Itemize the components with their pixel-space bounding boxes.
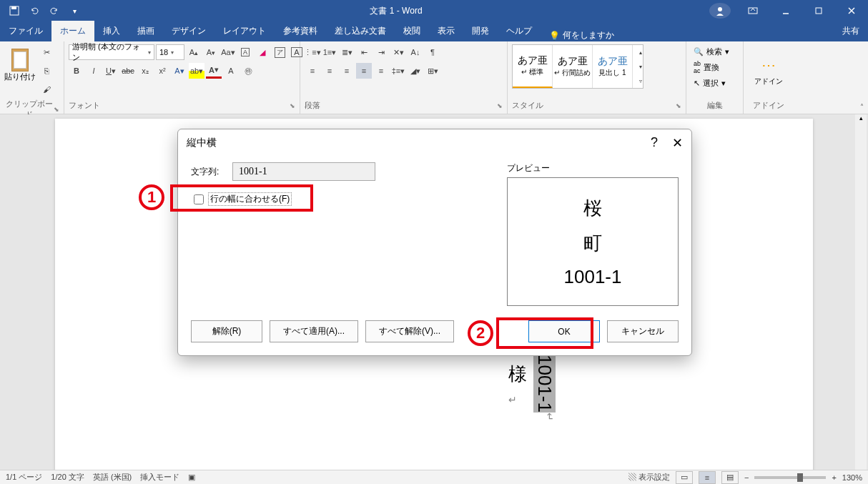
- replace-button[interactable]: abac置換: [691, 60, 732, 74]
- clipboard-launcher-icon[interactable]: ⬊: [54, 106, 59, 113]
- asian-layout-icon[interactable]: ✕▾: [390, 44, 406, 60]
- style-heading1[interactable]: あア亜 見出し 1: [593, 45, 633, 88]
- zoom-value[interactable]: 130%: [842, 473, 862, 482]
- text-effects-icon[interactable]: A▾: [172, 63, 187, 79]
- font-size-combo[interactable]: 18▾: [156, 44, 184, 60]
- redo-icon[interactable]: [46, 2, 63, 19]
- char-shading-icon[interactable]: A: [223, 63, 239, 79]
- save-icon[interactable]: [6, 2, 23, 19]
- print-layout-icon[interactable]: ≡: [699, 471, 716, 484]
- phonetic-guide-icon[interactable]: A: [237, 44, 253, 60]
- qa-more-icon[interactable]: ▾: [66, 2, 83, 19]
- justify-icon[interactable]: ≡: [356, 63, 372, 79]
- share-button[interactable]: 共有: [834, 21, 868, 41]
- change-case-icon[interactable]: Aa▾: [220, 44, 236, 60]
- style-more-icon[interactable]: ▿: [633, 74, 648, 88]
- subscript-icon[interactable]: x₂: [137, 63, 153, 79]
- align-left-icon[interactable]: ≡: [305, 63, 320, 79]
- remove-all-button[interactable]: すべて解除(V)...: [365, 320, 454, 342]
- collapse-ribbon-icon[interactable]: ˄: [860, 103, 864, 111]
- tab-file[interactable]: ファイル: [0, 21, 51, 41]
- tab-help[interactable]: ヘルプ: [498, 21, 541, 41]
- zoom-in-icon[interactable]: +: [832, 473, 836, 482]
- paragraph-launcher-icon[interactable]: ⬊: [497, 102, 503, 109]
- macro-record-icon[interactable]: ▣: [188, 473, 195, 482]
- format-painter-icon[interactable]: 🖌: [39, 82, 54, 97]
- superscript-icon[interactable]: x²: [154, 63, 170, 79]
- italic-icon[interactable]: I: [86, 63, 102, 79]
- enclose-char-icon[interactable]: ア: [272, 44, 287, 60]
- paste-button[interactable]: 貼り付け: [4, 44, 36, 82]
- borders-icon[interactable]: ⊞▾: [425, 63, 440, 79]
- style-scroll-down-icon[interactable]: ▾: [633, 59, 648, 74]
- bold-icon[interactable]: B: [69, 63, 84, 79]
- find-button[interactable]: 🔍検索▾: [691, 44, 732, 59]
- underline-icon[interactable]: U▾: [103, 63, 119, 79]
- status-mode[interactable]: 挿入モード: [140, 472, 179, 483]
- sort-icon[interactable]: A↓: [408, 44, 423, 60]
- styles-launcher-icon[interactable]: ⬊: [676, 102, 681, 109]
- bullets-icon[interactable]: ⋮≡▾: [305, 44, 320, 60]
- line-spacing-icon[interactable]: ‡≡▾: [390, 63, 406, 79]
- numbering-icon[interactable]: 1≡▾: [322, 44, 337, 60]
- grow-font-icon[interactable]: A▴: [186, 44, 202, 60]
- web-layout-icon[interactable]: ▤: [721, 471, 739, 484]
- align-right-icon[interactable]: ≡: [339, 63, 355, 79]
- font-launcher-icon[interactable]: ⬊: [290, 102, 295, 109]
- select-button[interactable]: ↖選択▾: [691, 76, 732, 90]
- highlight-icon[interactable]: ab▾: [189, 63, 204, 79]
- tab-design[interactable]: デザイン: [163, 21, 214, 41]
- font-name-combo[interactable]: 游明朝 (本文のフォン▾: [69, 44, 154, 60]
- style-scroll-up-icon[interactable]: ▴: [633, 45, 648, 59]
- tab-layout[interactable]: レイアウト: [214, 21, 275, 41]
- style-gallery[interactable]: あア亜 ↵ 標準 あア亜 ↵ 行間詰め あア亜 見出し 1 ▴ ▾ ▿: [512, 44, 643, 89]
- ribbon-display-icon[interactable]: [736, 0, 769, 21]
- tab-view[interactable]: 表示: [429, 21, 463, 41]
- vertical-scrollbar[interactable]: ▴: [855, 114, 867, 470]
- tab-insert[interactable]: 挿入: [94, 21, 129, 41]
- maximize-icon[interactable]: [802, 0, 835, 21]
- distribute-icon[interactable]: ≡: [373, 63, 389, 79]
- user-avatar-icon[interactable]: [709, 3, 731, 19]
- tab-developer[interactable]: 開発: [463, 21, 498, 41]
- tab-review[interactable]: 校閲: [395, 21, 429, 41]
- zoom-out-icon[interactable]: −: [744, 473, 749, 482]
- font-color-icon[interactable]: A▾: [206, 63, 222, 79]
- align-center-icon[interactable]: ≡: [322, 63, 337, 79]
- tab-mailings[interactable]: 差し込み文書: [326, 21, 395, 41]
- status-page[interactable]: 1/1 ページ: [6, 472, 42, 483]
- dialog-close-icon[interactable]: ✕: [672, 135, 683, 151]
- indent-inc-icon[interactable]: ⇥: [373, 44, 389, 60]
- style-normal[interactable]: あア亜 ↵ 標準: [513, 45, 553, 88]
- style-no-spacing[interactable]: あア亜 ↵ 行間詰め: [553, 45, 593, 88]
- text-field-label: 文字列:: [191, 166, 227, 178]
- cancel-button[interactable]: キャンセル: [607, 320, 679, 342]
- copy-icon[interactable]: ⎘: [39, 63, 54, 79]
- status-words[interactable]: 1/20 文字: [51, 472, 84, 483]
- minimize-icon[interactable]: [769, 0, 802, 21]
- dialog-help-icon[interactable]: ?: [651, 135, 658, 151]
- indent-dec-icon[interactable]: ⇤: [356, 44, 372, 60]
- tell-me-label: 何をしますか: [563, 29, 614, 41]
- close-icon[interactable]: [835, 0, 868, 21]
- shrink-font-icon[interactable]: A▾: [203, 44, 219, 60]
- cut-icon[interactable]: ✂: [39, 44, 54, 60]
- enclose-circle-icon[interactable]: ㊕: [240, 63, 256, 79]
- clear-format-icon[interactable]: ◢: [255, 44, 270, 60]
- tab-references[interactable]: 参考資料: [275, 21, 326, 41]
- tab-draw[interactable]: 描画: [129, 21, 163, 41]
- status-language[interactable]: 英語 (米国): [93, 472, 132, 483]
- undo-icon[interactable]: [26, 2, 43, 19]
- shading-icon[interactable]: ◢▾: [408, 63, 423, 79]
- tab-home[interactable]: ホーム: [51, 21, 94, 41]
- read-mode-icon[interactable]: ▭: [676, 471, 693, 484]
- strike-icon[interactable]: abc: [120, 63, 136, 79]
- show-marks-icon[interactable]: ¶: [425, 44, 440, 60]
- addins-icon[interactable]: ⋯: [761, 56, 776, 74]
- tell-me[interactable]: 💡 何をしますか: [541, 29, 623, 41]
- remove-button[interactable]: 解除(R): [191, 320, 262, 342]
- display-settings-button[interactable]: ▧ 表示設定: [628, 472, 670, 483]
- apply-all-button[interactable]: すべて適用(A)...: [270, 320, 358, 342]
- multilevel-icon[interactable]: ≣▾: [339, 44, 355, 60]
- zoom-slider[interactable]: [754, 476, 826, 479]
